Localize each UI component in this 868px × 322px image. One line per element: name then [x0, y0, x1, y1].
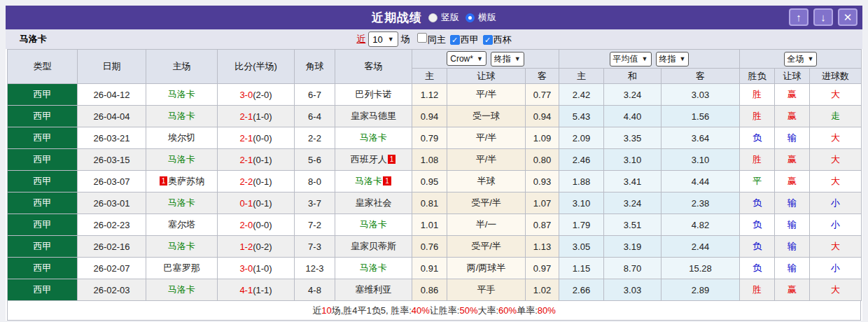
- halftime-score: (0-1): [253, 155, 272, 165]
- date-cell: 26-02-07: [78, 258, 146, 279]
- result-handicap-cell: 输: [775, 236, 810, 258]
- score-cell: 2-1(0-1): [218, 149, 295, 171]
- handicap-home-odds: 0.95: [412, 171, 447, 192]
- result-wdl-cell: 胜: [740, 279, 775, 301]
- average-away-odds: 3.03: [662, 84, 740, 106]
- title-bar: 近期战绩 竖版 横版 ↑ ↓ ✕: [6, 6, 862, 29]
- bookmaker-select[interactable]: Crow* ▼: [447, 51, 486, 66]
- result-wdl-cell: 负: [740, 214, 775, 236]
- team-name: 西班牙人: [351, 154, 387, 164]
- layout-radio-horizontal[interactable]: 横版: [465, 11, 496, 24]
- team-name: 马洛卡: [168, 241, 195, 251]
- average-draw-odds: 3.41: [604, 171, 662, 192]
- filter-bar: 马洛卡 近 10 ▼ 场 同主✓西甲✓西杯: [6, 29, 862, 49]
- layout-radio-vertical[interactable]: 竖版: [428, 11, 459, 24]
- handicap-home-odds: 0.86: [412, 279, 447, 301]
- away-team-cell: 马洛卡: [335, 214, 412, 236]
- average-select[interactable]: 平均值 ▼: [610, 52, 652, 66]
- average-away-odds: 2.89: [662, 279, 740, 301]
- handicap-away-odds: 1.09: [526, 127, 559, 149]
- team-name: 皇家马德里: [351, 111, 396, 121]
- fulltime-score: 2-1: [239, 155, 253, 165]
- filter-checkboxes: 同主✓西甲✓西杯: [413, 33, 512, 46]
- red-card-badge: 1: [383, 176, 391, 186]
- col-header-home: 主场: [146, 50, 218, 84]
- score-cell: 4-1(1-1): [218, 279, 295, 301]
- result-wdl-cell: 负: [740, 192, 775, 214]
- score-cell: 2-0(0-0): [218, 214, 295, 236]
- team-name: 马洛卡: [360, 219, 387, 230]
- summary-text: 大率:: [477, 304, 498, 317]
- fulltime-score: 1-2: [239, 241, 253, 252]
- results-table-wrap: 类型 日期 主场 比分(半场) 角球 客场 Crow* ▼ 终指 ▼: [6, 49, 862, 301]
- fulltime-score: 2-0: [239, 220, 253, 230]
- result-goals-cell: 大: [810, 149, 862, 171]
- near-link[interactable]: 近: [356, 33, 365, 46]
- title-group: 近期战绩 竖版 横版: [6, 10, 862, 26]
- halftime-score: (0-1): [253, 198, 272, 209]
- league-type-cell: 西甲: [8, 236, 78, 258]
- halftime-score: (0-2): [253, 241, 272, 252]
- handicap-away-odds: 0.77: [526, 84, 559, 106]
- score-cell: 2-1(1-0): [218, 106, 295, 127]
- chevron-down-icon: ▼: [477, 55, 483, 62]
- fulltime-score: 2-2: [239, 176, 253, 187]
- corners-cell: 7-3: [295, 236, 335, 258]
- unit-label: 场: [401, 33, 410, 46]
- close-button[interactable]: ✕: [838, 8, 858, 26]
- checkbox-西杯[interactable]: ✓: [483, 35, 493, 45]
- result-handicap-cell: 输: [775, 127, 810, 149]
- col-header-wdl: 胜负: [740, 69, 775, 84]
- date-cell: 26-02-03: [78, 279, 146, 301]
- average-stage-value: 终指: [659, 53, 676, 65]
- handicap-away-odds: 0.94: [526, 106, 559, 127]
- match-count-select[interactable]: 10 ▼: [368, 31, 398, 47]
- handicap-line: 受平/半: [447, 192, 526, 214]
- result-handicap-cell: 输: [775, 214, 810, 236]
- move-down-button[interactable]: ↓: [813, 8, 833, 26]
- summary-stat-value: 60%: [498, 305, 517, 316]
- average-draw-odds: 3.10: [604, 149, 662, 171]
- col-header-let-away: 客: [526, 69, 559, 84]
- summary-stat-value: 40%: [412, 305, 430, 316]
- halftime-score: (1-1): [253, 285, 272, 295]
- away-team-cell: 巴列卡诺: [335, 84, 412, 106]
- chevron-down-icon: ▼: [514, 55, 521, 62]
- home-team-cell: 塞尔塔: [146, 214, 218, 236]
- red-card-badge: 1: [388, 155, 396, 164]
- col-header-avg-away: 客: [662, 69, 740, 84]
- checkbox-西甲[interactable]: ✓: [450, 35, 460, 45]
- result-goals-cell: 大: [810, 279, 862, 301]
- match-row: 西甲26-02-03马洛卡4-1(1-1)4-8塞维利亚0.86平手1.022.…: [8, 279, 862, 301]
- home-team-cell: 1奥萨苏纳: [146, 171, 218, 192]
- checkbox-同主[interactable]: [417, 33, 427, 43]
- col-header-let-line: 让球: [447, 69, 526, 84]
- corners-cell: 6-7: [295, 84, 335, 106]
- handicap-stage-select[interactable]: 终指 ▼: [491, 52, 524, 66]
- move-up-button[interactable]: ↑: [789, 8, 808, 26]
- handicap-line: 半球: [447, 171, 526, 192]
- fulltime-score: 0-1: [239, 198, 253, 209]
- panel-title: 近期战绩: [372, 10, 422, 26]
- summary-stat-value: 10: [321, 305, 331, 316]
- fulltime-score: 3-0: [239, 263, 253, 274]
- radio-label: 竖版: [441, 11, 459, 24]
- col-header-goals: 进球数: [810, 69, 862, 84]
- date-cell: 26-02-23: [78, 214, 146, 236]
- radio-icon[interactable]: [428, 13, 438, 22]
- league-type-cell: 西甲: [8, 258, 78, 279]
- handicap-line: 平/半: [447, 84, 526, 106]
- corners-cell: 3-7: [295, 192, 335, 214]
- corners-cell: 12-3: [295, 258, 335, 279]
- window-buttons: ↑ ↓ ✕: [789, 8, 858, 26]
- home-team-cell: 埃尔切: [146, 127, 218, 149]
- radio-icon[interactable]: [465, 13, 475, 22]
- team-name: 塞尔塔: [168, 219, 195, 230]
- fulltime-select[interactable]: 全场 ▼: [784, 52, 818, 66]
- average-away-odds: 3.64: [662, 127, 740, 149]
- result-handicap-cell: 赢: [775, 171, 810, 192]
- average-stage-select[interactable]: 终指 ▼: [656, 52, 690, 66]
- result-handicap-cell: 赢: [775, 106, 810, 127]
- away-team-cell: 马洛卡1: [335, 171, 412, 192]
- col-header-avg-draw: 和: [604, 69, 662, 84]
